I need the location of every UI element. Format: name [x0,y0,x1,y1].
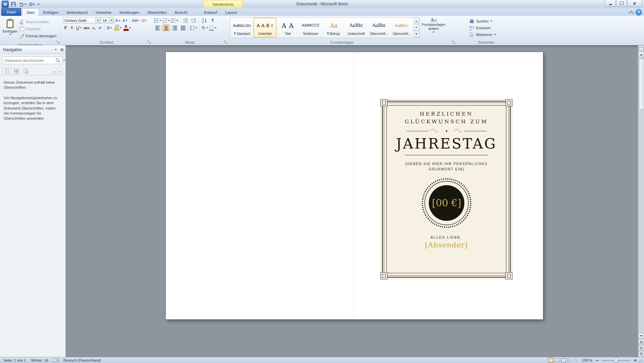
proofing-status[interactable] [51,357,61,363]
style-unterschrift[interactable]: AaBb(Unterschrift [345,18,368,37]
tab-sendungen[interactable]: Sendungen [116,9,143,16]
format-painter-button[interactable]: Format übertragen [18,33,57,39]
shading-button[interactable] [200,25,208,31]
card-amount[interactable]: [00 €] [432,197,461,209]
browse-pages-tab[interactable] [12,68,21,75]
style-standard[interactable]: AaBbCcDc¶ Standard [231,18,254,37]
style-titel[interactable]: A ATitel [276,18,299,37]
cut-button[interactable]: Ausschneiden [18,18,57,25]
decrease-indent-button[interactable] [181,17,189,24]
line-spacing-button[interactable] [190,25,197,31]
font-size-combo[interactable]: 14 [101,17,114,24]
search-input[interactable] [3,58,54,63]
dialog-launcher-icon[interactable] [147,40,151,44]
text-effects-button[interactable]: A [106,25,113,31]
zoom-out-button[interactable] [595,358,600,363]
zoom-in-button[interactable] [633,358,638,363]
save-button[interactable] [10,1,17,8]
toggle-ruler-button[interactable] [639,46,644,51]
outline-view-button[interactable] [567,358,573,363]
fullscreen-reading-view-button[interactable] [554,358,560,363]
word-count-indicator[interactable]: Wörter: 16 [29,357,50,363]
tab-start[interactable]: Start [22,8,39,16]
zoom-slider-thumb[interactable] [614,358,618,363]
anniversary-card[interactable]: HERZLICHEN GLÜCKWUNSCH ZUM JAHRESTAG [GE… [380,99,513,280]
combo-arrow[interactable] [95,17,100,23]
word-logo-icon[interactable]: W [2,1,9,8]
zoom-slider[interactable] [602,360,631,361]
superscript-button[interactable]: x² [97,25,103,31]
minimize-ribbon-icon[interactable] [629,10,634,15]
previous-page-button[interactable] [639,339,644,345]
justify-button[interactable] [179,25,187,31]
customize-qat-button[interactable] [37,1,40,8]
dialog-launcher-icon[interactable] [223,40,227,44]
style-ueberschrift-1[interactable]: AaBb(Überschrif... [368,18,390,37]
scrollbar-track[interactable] [639,57,644,333]
numbering-button[interactable] [162,17,170,24]
show-formatting-marks-button[interactable]: ¶ [209,17,217,24]
help-button[interactable]: ? [636,9,642,15]
borders-button[interactable] [209,25,217,31]
change-case-button[interactable]: Aa [131,17,140,24]
browse-results-tab[interactable] [21,68,30,75]
sort-button[interactable] [200,17,208,24]
tab-ueberpruefen[interactable]: Überprüfen [143,9,171,16]
tab-einfuegen[interactable]: Einfügen [39,9,62,16]
card-greeting-placeholder[interactable]: [GEBEN SIE HIER IHR PERSÖNLICHES GRUßWOR… [404,161,489,172]
card-heading-line2[interactable]: GLÜCKWUNSCH ZUM [405,118,488,126]
document-page[interactable]: HERZLICHEN GLÜCKWUNSCH ZUM JAHRESTAG [GE… [166,52,543,319]
tab-ansicht[interactable]: Ansicht [171,9,191,16]
change-styles-button[interactable]: AA Formatvorlagen ändern [420,17,447,33]
align-right-button[interactable] [171,25,178,31]
highlight-color-button[interactable] [113,25,122,31]
bullets-button[interactable] [154,17,162,24]
next-result-button[interactable] [58,69,63,74]
italic-button[interactable]: K [69,25,75,31]
browse-headings-tab[interactable] [3,68,11,75]
page-indicator[interactable]: Seite: 1 von 1 [1,357,28,363]
underline-button[interactable]: U [76,25,82,31]
next-page-button[interactable] [639,351,644,357]
subscript-button[interactable]: x₂ [91,25,97,31]
tab-entwurf[interactable]: Entwurf [200,9,221,16]
card-heading-line1[interactable]: HERZLICHEN [420,110,473,118]
price-seal[interactable]: [00 €] [420,176,473,230]
navigation-pane-options-button[interactable] [53,47,58,52]
draft-view-button[interactable] [573,358,580,363]
font-color-button[interactable]: A [123,25,132,31]
grow-font-button[interactable]: A [114,17,121,24]
font-name-combo[interactable]: Century Goth [63,17,100,24]
align-center-button[interactable] [162,25,170,31]
zoom-level[interactable]: 100 % [580,357,595,363]
style-untertitel[interactable]: A A B IUntertitel [254,18,276,37]
previous-result-button[interactable] [52,69,57,74]
maximize-button[interactable] [616,0,627,7]
web-layout-view-button[interactable] [560,358,567,363]
navigation-pane-close-button[interactable] [58,47,64,52]
strikethrough-button[interactable]: abe [83,25,90,31]
minimize-button[interactable] [605,0,616,7]
contextual-tools-label[interactable]: Tabellentools [203,0,243,8]
combo-arrow[interactable] [109,17,113,23]
close-button[interactable] [627,0,642,7]
clear-formatting-button[interactable] [141,17,147,24]
find-button[interactable]: Suchen [468,18,497,24]
search-button[interactable] [54,57,62,64]
bold-button[interactable]: F [63,25,68,31]
gallery-scroll-down[interactable] [414,24,419,31]
scrollbar-thumb[interactable] [639,58,644,110]
scroll-down-button[interactable] [639,333,644,338]
increase-indent-button[interactable] [190,17,197,24]
tab-layout[interactable]: Layout [221,9,241,16]
select-browse-object-button[interactable] [639,345,644,351]
paste-button[interactable]: Einfügen [2,17,18,43]
select-button[interactable]: Markieren [468,31,497,38]
style-betrag[interactable]: Aa¶ Betrag [322,18,345,37]
document-area[interactable]: HERZLICHEN GLÜCKWUNSCH ZUM JAHRESTAG [GE… [66,45,638,357]
dialog-launcher-icon[interactable] [56,40,60,44]
copy-button[interactable]: Kopieren [18,26,57,32]
tab-verweise[interactable]: Verweise [92,9,116,16]
print-layout-view-button[interactable] [548,358,554,363]
card-title[interactable]: JAHRESTAG [396,135,497,152]
